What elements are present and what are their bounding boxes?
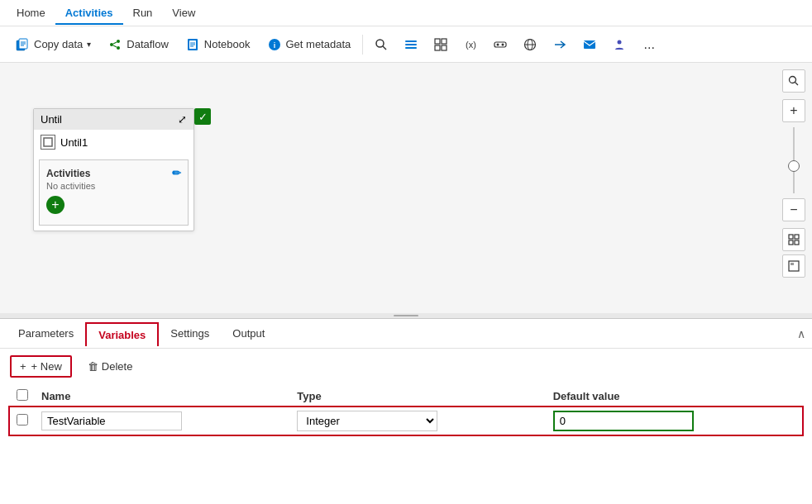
until-block: Until ⤢ Until1 Activities ✏ No activitie… bbox=[33, 108, 194, 231]
select-all-checkbox[interactable] bbox=[17, 389, 28, 401]
svg-point-31 bbox=[618, 40, 622, 44]
default-value-column-header: Default value bbox=[547, 386, 802, 407]
variable-toolbar-button[interactable]: (x) bbox=[457, 31, 484, 58]
svg-point-4 bbox=[117, 46, 120, 50]
tab-variables[interactable]: Variables bbox=[85, 322, 159, 346]
nav-home[interactable]: Home bbox=[7, 2, 55, 24]
row-checkbox[interactable] bbox=[17, 414, 28, 426]
dataflow-icon bbox=[107, 37, 122, 52]
zoom-thumb[interactable] bbox=[788, 160, 800, 172]
svg-rect-40 bbox=[791, 263, 794, 265]
until-title-row: Until1 bbox=[34, 130, 193, 155]
until-title: Until bbox=[41, 113, 62, 126]
nav-view[interactable]: View bbox=[162, 2, 205, 24]
variable-type-select[interactable]: Integer String Boolean Array Object bbox=[297, 411, 437, 431]
bottom-tabs: Parameters Variables Settings Output ∧ bbox=[0, 319, 812, 349]
more-dots-icon: ... bbox=[644, 37, 655, 52]
get-metadata-button[interactable]: i Get metadata bbox=[260, 34, 358, 55]
variable-name-input[interactable] bbox=[41, 411, 182, 430]
canvas-search-button[interactable] bbox=[782, 69, 805, 93]
pipeline-toolbar-button[interactable] bbox=[487, 31, 513, 58]
svg-text:(x): (x) bbox=[466, 40, 476, 50]
svg-point-3 bbox=[117, 40, 120, 43]
svg-text:i: i bbox=[273, 41, 275, 50]
action-bar: + + New 🗑 Delete bbox=[10, 355, 802, 378]
delete-variable-button[interactable]: 🗑 Delete bbox=[79, 356, 142, 377]
new-variable-button[interactable]: + + New bbox=[10, 355, 72, 378]
svg-point-25 bbox=[497, 43, 499, 45]
zoom-out-button[interactable]: − bbox=[782, 198, 805, 221]
tab-parameters[interactable]: Parameters bbox=[7, 322, 85, 345]
dataflow-label: Dataflow bbox=[127, 38, 169, 50]
zoom-in-button[interactable]: + bbox=[782, 99, 805, 122]
svg-rect-18 bbox=[405, 47, 417, 49]
drag-handle[interactable] bbox=[0, 313, 812, 318]
svg-rect-36 bbox=[795, 235, 799, 239]
dataflow-button[interactable]: Dataflow bbox=[101, 34, 175, 55]
edit-activities-icon[interactable]: ✏ bbox=[172, 167, 181, 179]
teams-toolbar-button[interactable] bbox=[606, 31, 633, 58]
name-cell bbox=[35, 407, 290, 435]
svg-rect-20 bbox=[442, 39, 447, 44]
copy-data-button[interactable]: Copy data ▾ bbox=[8, 34, 98, 55]
search-toolbar-button[interactable] bbox=[368, 31, 394, 58]
table-row: Integer String Boolean Array Object bbox=[10, 407, 802, 435]
list-toolbar-button[interactable] bbox=[398, 31, 424, 58]
canvas-area[interactable]: Until ⤢ Until1 Activities ✏ No activitie… bbox=[0, 63, 812, 318]
svg-point-33 bbox=[790, 77, 796, 83]
collapse-panel-button[interactable]: ∧ bbox=[797, 327, 805, 340]
add-activity-button[interactable]: + bbox=[46, 196, 64, 214]
svg-line-6 bbox=[113, 45, 117, 47]
activities-label-row: Activities ✏ bbox=[46, 167, 181, 179]
svg-rect-16 bbox=[405, 40, 417, 42]
notebook-label: Notebook bbox=[204, 38, 251, 50]
no-activities-label: No activities bbox=[46, 181, 181, 191]
svg-rect-22 bbox=[442, 45, 447, 50]
svg-rect-24 bbox=[494, 42, 506, 47]
trash-icon: 🗑 bbox=[88, 360, 98, 373]
variables-table: Name Type Default value bbox=[10, 386, 802, 435]
tab-settings[interactable]: Settings bbox=[159, 322, 221, 345]
zoom-track bbox=[793, 127, 795, 193]
plus-icon: + bbox=[20, 360, 26, 373]
svg-rect-35 bbox=[789, 235, 793, 239]
svg-line-5 bbox=[113, 42, 117, 44]
until-item-name: Until1 bbox=[60, 136, 88, 149]
mini-map-button[interactable] bbox=[782, 254, 805, 278]
drag-handle-line bbox=[394, 315, 418, 316]
svg-rect-17 bbox=[405, 44, 417, 45]
until-header: Until ⤢ bbox=[34, 109, 193, 130]
delete-label: Delete bbox=[102, 360, 133, 373]
outlook-toolbar-button[interactable] bbox=[576, 31, 603, 58]
expand-icon[interactable]: ⤢ bbox=[178, 113, 187, 126]
fit-to-window-button[interactable] bbox=[782, 228, 805, 251]
arrow-toolbar-button[interactable] bbox=[547, 31, 573, 58]
name-column-header: Name bbox=[35, 386, 290, 407]
default-value-cell bbox=[547, 407, 802, 435]
svg-rect-32 bbox=[44, 138, 52, 146]
bottom-content: + + New 🗑 Delete Name Type bbox=[0, 349, 812, 504]
notebook-button[interactable]: Notebook bbox=[179, 34, 257, 55]
table-header-row: Name Type Default value bbox=[10, 386, 802, 407]
globe-toolbar-button[interactable] bbox=[517, 31, 543, 58]
new-label: + New bbox=[31, 360, 62, 373]
svg-point-26 bbox=[502, 43, 504, 45]
type-column-header: Type bbox=[290, 386, 546, 407]
svg-line-15 bbox=[383, 46, 386, 50]
nav-run[interactable]: Run bbox=[123, 2, 163, 24]
svg-rect-19 bbox=[435, 39, 440, 44]
nav-activities[interactable]: Activities bbox=[55, 2, 123, 24]
svg-line-34 bbox=[795, 83, 799, 86]
right-controls: + − bbox=[782, 69, 805, 278]
type-cell: Integer String Boolean Array Object bbox=[290, 407, 546, 435]
table-toolbar-button[interactable] bbox=[427, 31, 454, 58]
more-toolbar-button[interactable]: ... bbox=[636, 31, 662, 58]
default-value-input[interactable] bbox=[553, 411, 694, 431]
svg-rect-30 bbox=[584, 40, 595, 49]
get-metadata-label: Get metadata bbox=[286, 38, 351, 50]
top-navigation: Home Activities Run View bbox=[0, 0, 812, 26]
tab-output[interactable]: Output bbox=[221, 322, 276, 345]
copy-data-icon bbox=[15, 37, 30, 52]
activities-inner: Activities ✏ No activities + bbox=[39, 159, 189, 226]
copy-data-label: Copy data bbox=[34, 38, 83, 50]
